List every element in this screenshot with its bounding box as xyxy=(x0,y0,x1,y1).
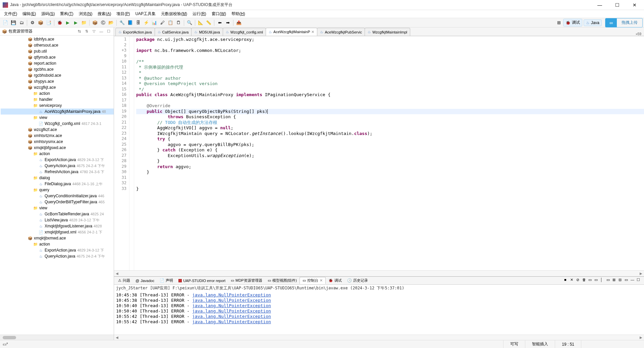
save-button[interactable]: 💾 xyxy=(10,19,17,26)
tree-item[interactable]: 📦wzcgfkjt.ace xyxy=(1,84,114,90)
tree-item[interactable]: ♨AceWzcgfkjtMaintainProxy.java48 xyxy=(1,109,114,115)
bottom-tab-控制台[interactable]: ▭控制台 ✕ xyxy=(300,277,326,284)
tree-item[interactable]: 📦qtfymxb.ace xyxy=(1,54,114,60)
tree-item[interactable]: 📦pub.util xyxy=(1,48,114,54)
console-toolbar-button[interactable]: — xyxy=(631,278,637,284)
console-toolbar-button[interactable]: ⊟ xyxy=(619,278,625,284)
code-editor[interactable]: 12+3910111213141516171819202122232425262… xyxy=(114,36,644,270)
tree-item[interactable]: ♨QueryOrderBillTypeFilter.java465 xyxy=(1,199,114,205)
console-scrollbar[interactable]: ◀▶ xyxy=(114,335,644,340)
menu-帮助[interactable]: 帮助(H) xyxy=(229,10,248,17)
close-icon[interactable]: ✕ xyxy=(311,30,314,34)
back-button[interactable]: ⬅ xyxy=(216,19,223,26)
menu-源码[interactable]: 源码(S) xyxy=(39,10,57,17)
menu-项目[interactable]: 项目(P) xyxy=(114,10,132,17)
editor-tab[interactable]: ♨WzcgfkjtMaintainImpl xyxy=(365,28,410,36)
bottom-tab-历史记录[interactable]: 🕓历史记录 xyxy=(344,277,371,284)
stacktrace-link[interactable]: java.lang.NullPointerException xyxy=(192,314,271,319)
minimize-button[interactable]: — xyxy=(593,0,606,10)
tree-item[interactable]: 📦othersout.ace xyxy=(1,42,114,48)
tool-icon[interactable]: 📘 xyxy=(126,19,134,26)
tool-icon[interactable]: 📤 xyxy=(235,19,243,26)
tree-item[interactable]: ♨ExportAction.java4829 24-3-12 下 xyxy=(1,247,114,253)
forward-button[interactable]: ➡ xyxy=(224,19,231,26)
bottom-tab-UAP-STUDIO error report[interactable]: UAP-STUDIO error report xyxy=(176,278,228,283)
maximize-view-button[interactable]: ☐ xyxy=(106,28,112,34)
package-tree[interactable]: 📦ldbhfys.ace📦othersout.ace📦pub.util📦qtfy… xyxy=(0,36,114,335)
console-toolbar-button[interactable]: ☐ xyxy=(637,278,643,284)
stacktrace-link[interactable]: java.lang.NullPointerException xyxy=(192,308,271,314)
tree-item[interactable]: ♨QueryConditionInitializer.java446 xyxy=(1,193,114,199)
tree-item[interactable]: 📦xmhtsrtzmx.ace xyxy=(1,133,114,139)
console-toolbar-button[interactable]: │ xyxy=(600,278,606,284)
console-toolbar-button[interactable]: ▭ xyxy=(606,278,612,284)
close-button[interactable]: ✕ xyxy=(628,0,641,10)
maximize-button[interactable]: ☐ xyxy=(610,0,624,10)
menu-UAP工具集[interactable]: UAP工具集 xyxy=(132,10,158,17)
view-menu-button[interactable]: ▽ xyxy=(91,28,97,34)
menu-元数据校验[interactable]: 元数据校验(M) xyxy=(158,10,190,17)
debug-button[interactable]: 🐞 xyxy=(56,19,63,26)
menu-文件[interactable]: 文件(F) xyxy=(1,10,20,17)
editor-tab[interactable]: ♨AceWzcgfkjtMaintainP✕ xyxy=(266,28,317,36)
tree-item[interactable]: 📦wzcgfkzf.ace xyxy=(1,127,114,133)
stacktrace-link[interactable]: java.lang.NullPointerException xyxy=(192,298,271,303)
run-external-button[interactable]: ▶ xyxy=(72,19,79,26)
console-toolbar-button[interactable]: 🗑 xyxy=(582,278,588,284)
menu-搜索[interactable]: 搜索(A) xyxy=(95,10,114,17)
tree-item[interactable]: 📁action xyxy=(1,90,114,96)
tree-item[interactable]: 📦report.action xyxy=(1,60,114,66)
minimize-view-button[interactable]: — xyxy=(98,28,104,34)
bottom-tab-Javadoc[interactable]: @Javadoc xyxy=(133,278,157,283)
tree-item[interactable]: 📦rgcbhs.ace xyxy=(1,66,114,72)
tool-icon[interactable]: 📏 xyxy=(205,19,212,26)
tool-icon[interactable]: 🗒 xyxy=(175,19,182,26)
tool-icon[interactable]: 📁 xyxy=(80,19,88,26)
tree-item[interactable]: 📄Wzcgfkjt_config.xml4817 24-3-1 xyxy=(1,121,114,127)
bottom-tab-MDP资源管理器[interactable]: ▭MDP资源管理器 xyxy=(228,277,265,284)
tool-icon[interactable]: 🗄 xyxy=(135,19,142,26)
tree-item[interactable]: 📁dialog xyxy=(1,175,114,181)
menu-重构[interactable]: 重构(T) xyxy=(57,10,76,17)
tree-item[interactable]: 📁view xyxy=(1,115,114,121)
console-toolbar-button[interactable]: ⊘ xyxy=(576,278,582,284)
console-toolbar-button[interactable]: ▭ xyxy=(594,278,600,284)
tree-item[interactable]: ♨ListView.java4828 24-3-12 下午 xyxy=(1,217,114,223)
tree-item[interactable]: 📦rgcbhsbold.ace xyxy=(1,72,114,78)
perspective-debug[interactable]: 🐞 调试 xyxy=(563,19,582,26)
tree-item[interactable]: 📦xmqktjbxmwd.ace xyxy=(1,235,114,241)
perspective-java[interactable]: ♨ Java xyxy=(584,19,602,26)
search-button[interactable]: 🔍 xyxy=(186,19,193,26)
tree-item[interactable]: 📦shypys.ace xyxy=(1,78,114,84)
bottom-tab-模型视图(组件)[interactable]: ▭模型视图(组件) xyxy=(265,277,300,284)
tool-icon[interactable]: 📊 xyxy=(151,19,158,26)
tab-overflow-button[interactable]: »59 xyxy=(633,32,644,36)
tree-item[interactable]: 📁serviceproxy xyxy=(1,102,114,109)
swap-upload-button[interactable]: ∞ 拖拽上传 xyxy=(605,18,643,27)
stacktrace-link[interactable]: java.lang.NullPointerException xyxy=(192,292,271,297)
editor-tab[interactable]: ♨Wzcgfkjt_config.xml xyxy=(223,28,266,36)
tree-item[interactable]: ♨RefreshAction.java4780 24-3-6 下 xyxy=(1,169,114,175)
console-output[interactable]: 10:45:38 [Thread-13] ERROR - java.lang.N… xyxy=(114,292,644,335)
tree-item[interactable]: 📁handler xyxy=(1,96,114,102)
tree-item[interactable]: 📦xmhtsrysmx.ace xyxy=(1,139,114,145)
console-toolbar-button[interactable]: ▭ xyxy=(588,278,594,284)
menu-运行[interactable]: 运行(R) xyxy=(190,10,209,17)
menu-浏览[interactable]: 浏览(N) xyxy=(76,10,95,17)
bottom-tab-问题[interactable]: ⚠问题 xyxy=(115,277,133,284)
tree-item[interactable]: ♨ExportAction.java4829 24-3-12 下 xyxy=(1,157,114,163)
tool-icon[interactable]: ⚡ xyxy=(143,19,150,26)
tree-item[interactable]: ♨XmqktjbfgswdListener.java4828 xyxy=(1,223,114,229)
collapse-all-button[interactable]: ⇆ xyxy=(76,28,82,34)
stacktrace-link[interactable]: java.lang.NullPointerException xyxy=(192,303,271,308)
bottom-tab-声明[interactable]: 📄声明 xyxy=(157,277,176,284)
console-toolbar-button[interactable]: ▭ xyxy=(625,278,631,284)
tree-item[interactable]: 📁query xyxy=(1,187,114,193)
tool-icon[interactable]: 🔧 xyxy=(118,19,126,26)
tree-item[interactable]: 📦ldbhfys.ace xyxy=(1,36,114,42)
link-editor-button[interactable]: ⇅ xyxy=(84,28,90,34)
scrollbar[interactable] xyxy=(0,335,114,340)
new-class-button[interactable]: Ⓒ xyxy=(99,19,107,26)
editor-tab[interactable]: ♨ExportAction.java xyxy=(115,28,155,36)
bottom-tab-调试[interactable]: 🐞调试 xyxy=(326,277,344,284)
